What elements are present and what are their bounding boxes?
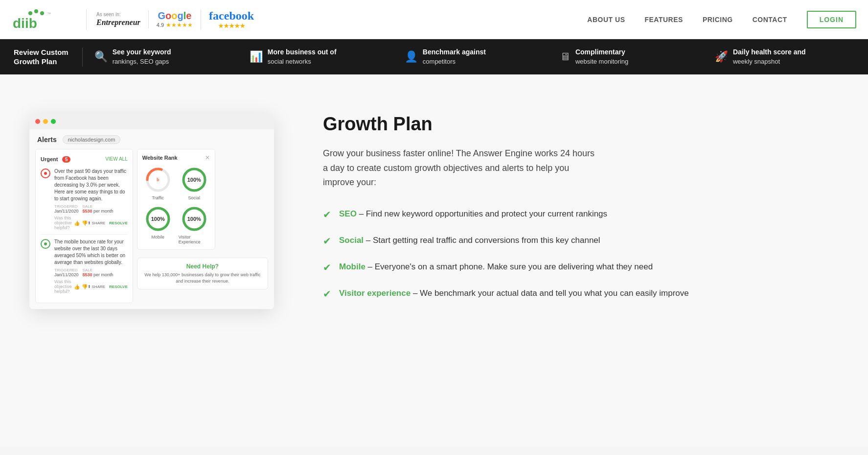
press-logos: As seen in: Entrepreneur Google 4.9 ★★★★… <box>86 9 254 30</box>
mockup-window: Alerts nicholasdesign.com Urgent 5 VIEW … <box>29 114 274 309</box>
alert-ok-icon <box>41 239 50 249</box>
thumbs-up-icon[interactable]: 👍 <box>74 220 80 226</box>
banner-cta[interactable]: Review Custom Growth Plan <box>10 48 83 67</box>
growth-plan-title: Growth Plan <box>323 114 839 135</box>
alerts-panel: Urgent 5 VIEW ALL Over the past <box>35 149 133 303</box>
svg-point-2 <box>40 11 44 15</box>
svg-point-0 <box>28 11 32 15</box>
window-minimize-dot <box>43 119 48 124</box>
banner-health: 🚀 Daily health score and weekly snapshot <box>703 48 858 66</box>
monitor-icon: 🖥 <box>560 50 571 63</box>
diib-logo: diib ™ <box>12 7 56 32</box>
rocket-icon: 🚀 <box>715 50 728 63</box>
svg-text:diib: diib <box>13 16 37 31</box>
person-icon: 👤 <box>405 50 418 63</box>
alert-item-2: The mobile bounce rate for your website … <box>41 239 128 298</box>
rank-circles: b Traffic <box>142 166 210 244</box>
urgent-bar: Urgent 5 VIEW ALL <box>41 154 128 163</box>
window-maximize-dot <box>51 119 56 124</box>
resolve-button-1[interactable]: RESOLVE <box>109 221 128 225</box>
banner-benchmark: 👤 Benchmark against competitors <box>393 48 548 66</box>
window-body: Alerts nicholasdesign.com Urgent 5 VIEW … <box>29 129 274 309</box>
alert-warning-icon <box>41 168 50 178</box>
window-titlebar <box>29 114 274 129</box>
share-icon-2: ⬆ <box>88 285 91 289</box>
check-item-social: ✔ Social – Start getting real traffic an… <box>323 234 839 247</box>
share-icon: ⬆ <box>88 221 91 225</box>
entrepreneur-logo: As seen in: Entrepreneur <box>96 12 140 27</box>
alerts-bar: Alerts nicholasdesign.com <box>35 135 268 144</box>
nav-pricing[interactable]: PRICING <box>703 16 733 24</box>
checkmark-icon-visitor: ✔ <box>323 288 331 300</box>
login-button[interactable]: LOGIN <box>807 11 856 28</box>
rank-traffic: b Traffic <box>142 166 174 200</box>
thumbs-up-icon-2[interactable]: 👍 <box>74 284 80 289</box>
banner-monitoring: 🖥 Complimentary website monitoring <box>548 48 703 66</box>
banner-social: 📊 More business out of social networks <box>238 48 393 66</box>
share-button-2[interactable]: ⬆ SHARE <box>88 285 106 289</box>
rank-mobile: 100% Mobile <box>142 205 174 244</box>
check-item-visitor: ✔ Visitor experience – We benchmark your… <box>323 287 839 300</box>
chart-icon: 📊 <box>250 50 263 63</box>
thumbs-down-icon[interactable]: 👎 <box>82 220 88 226</box>
main-content: Alerts nicholasdesign.com Urgent 5 VIEW … <box>0 74 868 447</box>
nav-contact[interactable]: CONTACT <box>753 16 787 24</box>
google-logo: Google 4.9 ★★★★★ <box>148 10 193 28</box>
rank-visitor: 100% Visitor Experience <box>179 205 210 244</box>
feature-banner: Review Custom Growth Plan 🔍 See your key… <box>0 39 868 74</box>
svg-text:™: ™ <box>47 12 51 16</box>
rank-social: 100% Social <box>179 166 210 200</box>
header: diib ™ As seen in: Entrepreneur Google 4… <box>0 0 868 39</box>
dashboard-mockup: Alerts nicholasdesign.com Urgent 5 VIEW … <box>29 104 284 309</box>
rank-close-icon[interactable]: ✕ <box>205 154 210 161</box>
check-item-seo: ✔ SEO – Find new keyword opportunities a… <box>323 208 839 220</box>
nav-features[interactable]: FEATURES <box>644 16 683 24</box>
search-icon: 🔍 <box>94 50 108 63</box>
rank-panel: Website Rank ✕ <box>137 149 215 250</box>
banner-seo: 🔍 See your keyword rankings, SEO gaps <box>83 48 238 66</box>
checkmark-icon-seo: ✔ <box>323 209 331 220</box>
growth-plan-description: Grow your business faster online! The An… <box>323 146 597 190</box>
logo-area: diib ™ <box>12 7 70 32</box>
checkmark-icon-mobile: ✔ <box>323 262 331 273</box>
growth-plan-content: Growth Plan Grow your business faster on… <box>323 104 839 300</box>
check-item-mobile: ✔ Mobile – Everyone's on a smart phone. … <box>323 261 839 273</box>
main-nav: ABOUT US FEATURES PRICING CONTACT LOGIN <box>587 11 856 28</box>
checkmark-icon-social: ✔ <box>323 235 331 247</box>
facebook-logo: facebook ★★★★★ <box>201 9 254 30</box>
need-help-panel: Need Help? We help 130,000+ businesses d… <box>137 258 268 289</box>
resolve-button-2[interactable]: RESOLVE <box>109 285 128 289</box>
thumbs-down-icon-2[interactable]: 👎 <box>82 284 88 289</box>
growth-checklist: ✔ SEO – Find new keyword opportunities a… <box>323 208 839 300</box>
share-button-1[interactable]: ⬆ SHARE <box>88 221 106 225</box>
mockup-two-col: Urgent 5 VIEW ALL Over the past <box>35 149 268 303</box>
svg-point-1 <box>34 9 38 13</box>
alert-item-1: Over the past 90 days your traffic from … <box>41 168 128 235</box>
nav-about-us[interactable]: ABOUT US <box>587 16 625 24</box>
window-close-dot <box>35 119 40 124</box>
